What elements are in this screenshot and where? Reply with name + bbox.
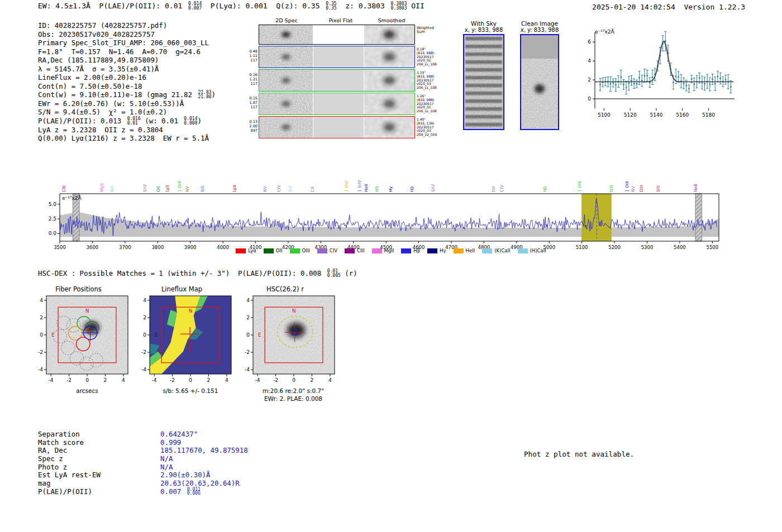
svg-text:-4: -4 [245, 367, 250, 372]
spec2d-row-weights: 0.481.11117 [246, 46, 259, 68]
match-row: mag20.63(20.63,20.64)R [38, 479, 248, 487]
svg-text:4: 4 [40, 298, 43, 303]
svg-text:e⁻¹⁷x2Å: e⁻¹⁷x2Å [595, 28, 615, 35]
svg-text:2: 2 [40, 315, 43, 320]
svg-text:0: 0 [588, 96, 591, 102]
svg-text:-4: -4 [255, 377, 260, 383]
spec2d-row-meta: 0.18"(833, 988)20230517v020_02206_LL_108 [415, 46, 442, 68]
stacked-uncertainty: 21.8321.80 [198, 90, 211, 99]
svg-text:} OIII: } OIII [624, 181, 630, 192]
svg-text:-2: -2 [273, 377, 278, 383]
detection-info-block: ID: 4028225757 (4028225757.pdf)Obs: 2023… [38, 21, 216, 143]
svg-text:-4: -4 [38, 367, 43, 372]
svg-text:4: 4 [225, 377, 228, 383]
info-line: LineFlux = 2.00(±0.20)e-16 [38, 73, 216, 82]
svg-text:-2: -2 [245, 349, 250, 355]
svg-text:0: 0 [246, 332, 250, 338]
svg-text:0: 0 [40, 332, 43, 338]
svg-text:0: 0 [189, 377, 192, 383]
svg-text:SIII: SIII [656, 186, 661, 192]
svg-text:-2: -2 [170, 377, 175, 383]
legend-label: OIII [302, 248, 310, 253]
legend-item: CIV [317, 248, 337, 253]
spec2d-row: 0.481.111170.18"(833, 988)20230517v020_0… [246, 46, 442, 68]
svg-text:6: 6 [588, 39, 591, 45]
svg-text:SiII: SiII [288, 186, 293, 192]
spec2d-row-weights [246, 25, 259, 45]
svg-text:} SiIV: } SiIV [357, 180, 362, 192]
spec2d-row-meta: WeightedSum [415, 25, 442, 45]
match-row-label: Est LyA rest-EW [38, 471, 160, 479]
line-fit-plot: 024651005120514051605180e⁻¹⁷x2Å [578, 26, 741, 130]
timestamp-version: 2025-01-20 14:02:54 Version 1.22.3 [592, 3, 745, 11]
legend-label: HeII [466, 248, 475, 253]
svg-text:N: N [189, 308, 193, 314]
hsc-caption-1: m:20.6 re:2.0" s:0.7" [249, 387, 338, 394]
svg-text:CIII: CIII [61, 185, 66, 192]
legend-label: OII [276, 248, 283, 253]
legend-label: (K)CaII [494, 248, 510, 253]
legend-swatch [427, 248, 437, 253]
match-row-value: 0.007 0.0110.006 [160, 487, 201, 496]
svg-text:4: 4 [143, 298, 146, 303]
legend-label: (H)CaII [530, 248, 546, 253]
svg-text:4: 4 [588, 58, 591, 64]
spec2d-row-weights: 0.151.87117 [246, 93, 259, 115]
spec2d-row-weights: 0.161.21117 [246, 69, 259, 92]
with-sky-title: With Sky [461, 20, 506, 27]
hsc-dex-summary: HSC-DEX : Possible Matches = 1 (within +… [38, 269, 357, 278]
clean-image-panel: Clean Image x, y: 833, 988 [518, 20, 561, 132]
svg-text:CIV: CIV [499, 185, 504, 192]
clean-image-title: Clean Image [518, 20, 561, 27]
svg-text:Hβ: Hβ [409, 186, 414, 192]
svg-text:4: 4 [328, 377, 332, 383]
legend-swatch [482, 248, 492, 253]
svg-text:SiIV: SiIV [431, 184, 436, 192]
info-line: Q(0.00) Lyα(1216) z = 3.2328 EW r = 5.1Å [38, 134, 216, 143]
legend-swatch [345, 248, 355, 253]
info-line: Cont(w) = 9.10(±0.11)e-18 (gmag 21.82 21… [38, 90, 216, 99]
svg-text:0: 0 [85, 377, 89, 383]
hsc-caption-2: EWr: 2. PLAE: 0.008 [249, 395, 338, 402]
svg-text:2: 2 [246, 315, 250, 320]
lineflux-caption: s/b: 5.65 +/- 0.151 [150, 387, 231, 394]
info-line: λ = 5145.7Å σ = 3.35(±0.41)Å [38, 65, 216, 74]
spec2d-row: 0.161.211171.15"(833, 988)20230517v020_0… [246, 69, 442, 92]
svg-text:SiII: SiII [200, 186, 205, 192]
svg-text:Hβ: Hβ [542, 186, 547, 192]
with-sky-coords: x, y: 833, 988 [461, 27, 506, 33]
info-line: S/N = 9.4(±0.5) χ² = 1.0(±0.2) [38, 108, 216, 117]
svg-text:NV: NV [263, 185, 268, 192]
svg-text:2: 2 [311, 377, 314, 383]
legend-label: MgII [384, 248, 394, 253]
match-row-value: N/A [160, 454, 173, 463]
match-row-label: Match score [38, 438, 160, 447]
hsc-cutout-plot: NE-4-4-2-2002244 [233, 293, 337, 386]
svg-text:OIII: OIII [639, 185, 644, 192]
svg-text:E: E [258, 332, 261, 338]
svg-text:2: 2 [588, 77, 591, 83]
lineflux-map-title: Lineflux Map [130, 285, 233, 293]
match-row: Separation0.642437" [38, 430, 248, 438]
legend-item: HeII [454, 248, 475, 253]
svg-text:NV: NV [185, 185, 190, 192]
spec2d-row-weights: 0.132.00097 [246, 116, 259, 138]
match-table: Separation0.642437"Match score0.999RA, D… [38, 430, 248, 496]
svg-text:e⁻¹⁷x2Å: e⁻¹⁷x2Å [62, 195, 82, 201]
svg-text:2: 2 [104, 377, 107, 383]
legend-item: (H)CaII [518, 248, 546, 253]
clean-image-coords: x, y: 833, 988 [518, 27, 561, 33]
svg-text:} OVI: } OVI [344, 181, 349, 192]
clean-image [520, 34, 559, 130]
legend-swatch [264, 248, 274, 253]
spec2d-row-images [259, 93, 415, 115]
match-row: P(LAE)/P(OII)0.007 0.0110.006 [38, 487, 248, 496]
legend-swatch [372, 248, 382, 253]
spec2d-row-images [259, 46, 415, 68]
svg-text:Hγ: Hγ [388, 186, 393, 192]
svg-text:2.5: 2.5 [49, 216, 56, 222]
match-row-label: RA, Dec [38, 446, 160, 454]
svg-text:4: 4 [246, 298, 250, 303]
info-line: Primary Spec_Slot_IFU_AMP: 206_060_003_L… [38, 39, 216, 47]
fiber-positions-title: Fiber Positions [27, 285, 130, 293]
